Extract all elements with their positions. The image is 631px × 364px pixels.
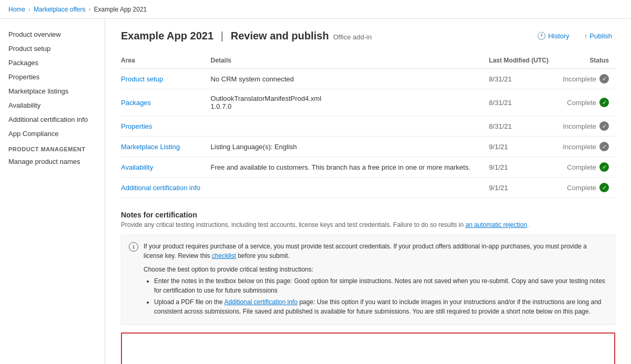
- details-cell-5: [211, 178, 489, 198]
- sidebar-item-packages[interactable]: Packages: [0, 56, 105, 70]
- details-cell-2: [211, 116, 489, 137]
- info-text-content: If your product requires purchase of a s…: [144, 242, 607, 318]
- page-title: Example App 2021 | Review and publish: [121, 30, 329, 42]
- breadcrumb-home[interactable]: Home: [8, 6, 25, 13]
- area-link-3[interactable]: Marketplace Listing: [121, 143, 180, 151]
- date-cell-0: 8/31/21: [489, 69, 561, 89]
- incomplete-icon-0: ✓: [599, 74, 609, 84]
- history-button[interactable]: 🕐 History: [534, 29, 572, 42]
- incomplete-icon-3: ✓: [599, 142, 609, 151]
- notes-subtitle-link[interactable]: an automatic rejection: [465, 221, 527, 228]
- table-row: PackagesOutlookTranslatorManifestProd4.x…: [121, 89, 615, 116]
- choose-text: Choose the best option to provide critic…: [144, 265, 607, 274]
- complete-icon-4: ✓: [599, 162, 609, 172]
- notes-title: Notes for certification: [121, 211, 615, 219]
- status-cell-3: Incomplete✓: [561, 137, 615, 157]
- sidebar-item-product-setup[interactable]: Product setup: [0, 41, 105, 56]
- table-row: AvailabilityFree and available to custom…: [121, 157, 615, 178]
- details-cell-1: OutlookTranslatorManifestProd4.xml1.0.7.…: [211, 89, 489, 116]
- header-actions: 🕐 History ↑ Publish: [534, 29, 615, 42]
- publish-header-button[interactable]: ↑ Publish: [581, 30, 615, 42]
- status-text-4: Complete: [567, 163, 596, 171]
- table-row: Marketplace ListingListing Language(s): …: [121, 137, 615, 157]
- checklist-link[interactable]: checklist: [212, 252, 236, 259]
- complete-icon-1: ✓: [599, 98, 609, 107]
- history-icon: 🕐: [537, 32, 546, 40]
- table-row: Product setupNo CRM system connected8/31…: [121, 69, 615, 89]
- bullet-2: Upload a PDF file on the Additional cert…: [154, 297, 607, 316]
- details-cell-0: No CRM system connected: [211, 69, 489, 89]
- info-text-pre: If your product requires purchase of a s…: [144, 243, 587, 259]
- status-text-5: Complete: [567, 184, 596, 192]
- area-link-2[interactable]: Properties: [121, 122, 152, 130]
- bullet-2-pre: Upload a PDF file on the: [154, 298, 224, 306]
- area-link-0[interactable]: Product setup: [121, 75, 163, 83]
- info-box: i If your product requires purchase of a…: [121, 235, 615, 325]
- sidebar-item-manage-product-names[interactable]: Manage product names: [0, 154, 105, 169]
- info-icon: i: [129, 242, 138, 252]
- complete-icon-5: ✓: [599, 183, 609, 192]
- sidebar-section-product-management: Product management: [0, 141, 105, 154]
- page-header: Example App 2021 | Review and publish Of…: [121, 29, 615, 42]
- status-text-0: Incomplete: [563, 75, 596, 83]
- table-row: Additional certification info9/1/21Compl…: [121, 178, 615, 198]
- page-title-app-name: Example App 2021: [121, 30, 213, 41]
- notes-subtitle: Provide any critical testing instruction…: [121, 221, 615, 228]
- area-link-4[interactable]: Availability: [121, 163, 153, 171]
- sidebar-item-availability[interactable]: Availability: [0, 98, 105, 112]
- col-area: Area: [121, 53, 211, 69]
- area-link-5[interactable]: Additional certification info: [121, 184, 200, 192]
- history-label: History: [548, 32, 569, 40]
- page-badge: Office add-in: [333, 33, 371, 41]
- notes-subtitle-pre: Provide any critical testing instruction…: [121, 221, 465, 228]
- main-content: Example App 2021 | Review and publish Of…: [105, 19, 631, 364]
- col-last-modified: Last Modified (UTC): [489, 53, 561, 69]
- sidebar-item-product-overview[interactable]: Product overview: [0, 27, 105, 41]
- publish-header-label: Publish: [589, 32, 612, 40]
- date-cell-5: 9/1/21: [489, 178, 561, 198]
- status-cell-0: Incomplete✓: [561, 69, 615, 89]
- table-row: Properties8/31/21Incomplete✓: [121, 116, 615, 137]
- publish-header-icon: ↑: [584, 32, 588, 40]
- status-text-1: Complete: [567, 99, 596, 107]
- notes-section: Notes for certification Provide any crit…: [121, 211, 615, 364]
- page-title-subtitle: Review and publish: [231, 30, 329, 41]
- status-cell-2: Incomplete✓: [561, 116, 615, 137]
- sidebar-item-marketplace-listings[interactable]: Marketplace listings: [0, 84, 105, 98]
- breadcrumb: Home › Marketplace offers › Example App …: [8, 6, 147, 13]
- col-details: Details: [211, 53, 489, 69]
- breadcrumb-sep-2: ›: [89, 6, 91, 13]
- status-cell-1: Complete✓: [561, 89, 615, 116]
- date-cell-1: 8/31/21: [489, 89, 561, 116]
- top-bar: Home › Marketplace offers › Example App …: [0, 0, 631, 19]
- info-text-post: before you submit.: [236, 252, 290, 259]
- area-link-1[interactable]: Packages: [121, 99, 151, 107]
- col-status: Status: [561, 53, 615, 69]
- incomplete-icon-2: ✓: [599, 121, 609, 131]
- page-title-divider: |: [221, 30, 227, 41]
- status-text-3: Incomplete: [563, 143, 596, 151]
- details-cell-4: Free and available to customers. This br…: [211, 157, 489, 178]
- status-cell-4: Complete✓: [561, 157, 615, 178]
- breadcrumb-sep-1: ›: [28, 6, 30, 13]
- notes-subtitle-post: .: [527, 221, 528, 228]
- details-cell-3: Listing Language(s): English: [211, 137, 489, 157]
- breadcrumb-marketplace-offers[interactable]: Marketplace offers: [34, 6, 86, 13]
- bullet-1: Enter the notes in the textbox below on …: [154, 276, 607, 295]
- status-text-2: Incomplete: [563, 122, 596, 130]
- info-bullets: Choose the best option to provide critic…: [144, 265, 607, 316]
- date-cell-4: 9/1/21: [489, 157, 561, 178]
- bullet-2-link[interactable]: Additional certification info: [224, 298, 297, 306]
- review-table: Area Details Last Modified (UTC) Status …: [121, 53, 615, 198]
- layout: Product overview Product setup Packages …: [0, 19, 631, 364]
- sidebar-item-app-compliance[interactable]: App Compliance: [0, 127, 105, 141]
- date-cell-2: 8/31/21: [489, 116, 561, 137]
- sidebar-item-properties[interactable]: Properties: [0, 70, 105, 84]
- date-cell-3: 9/1/21: [489, 137, 561, 157]
- status-cell-5: Complete✓: [561, 178, 615, 198]
- notes-textarea[interactable]: [121, 332, 615, 364]
- sidebar-item-additional-certification-info[interactable]: Additional certification info: [0, 112, 105, 127]
- sidebar: Product overview Product setup Packages …: [0, 19, 105, 364]
- breadcrumb-current: Example App 2021: [94, 6, 147, 13]
